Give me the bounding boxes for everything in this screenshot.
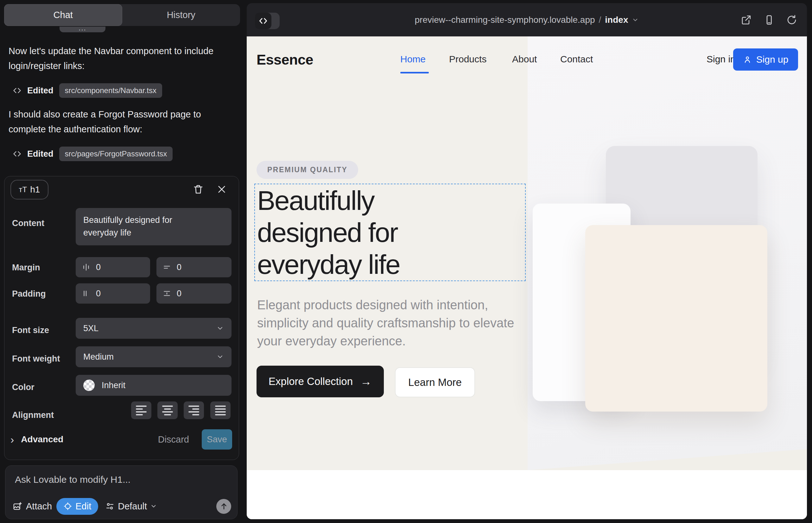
margin-vertical-value: 0 [177, 263, 181, 272]
edited-label: Edited [27, 149, 54, 159]
padding-label: Padding [12, 289, 46, 299]
explore-collection-label: Explore Collection [268, 376, 353, 387]
align-center-button[interactable] [157, 401, 178, 419]
delete-element-button[interactable] [193, 184, 204, 195]
hero-heading-line: designed for [257, 217, 400, 249]
margin-horizontal-icon [82, 263, 90, 271]
nav-link-products[interactable]: Products [449, 54, 487, 65]
padding-vertical-input[interactable]: 0 [156, 283, 231, 304]
alignment-label: Alignment [12, 410, 54, 420]
scrolled-pill-fragment: ... [59, 26, 105, 32]
mode-label: Default [118, 501, 147, 511]
text-size-icon: тT [19, 185, 27, 194]
close-editor-button[interactable] [217, 184, 227, 194]
chat-message: Now let's update the Navbar component to… [8, 44, 223, 73]
mobile-view-icon[interactable] [763, 14, 775, 26]
preview-url-separator: / [599, 15, 601, 25]
arrow-up-icon [220, 502, 228, 510]
code-icon [13, 86, 21, 95]
chevron-down-icon [150, 503, 157, 510]
content-input[interactable]: Beautifully designed for everyday life [76, 208, 231, 245]
target-icon [63, 502, 72, 511]
margin-horizontal-value: 0 [96, 263, 101, 272]
site-viewport: Essence Home Products About Contact Sign… [247, 36, 807, 519]
edited-label: Edited [27, 86, 54, 96]
refresh-icon[interactable] [786, 14, 797, 26]
learn-more-button[interactable]: Learn More [395, 367, 475, 397]
open-in-new-tab-icon[interactable] [740, 14, 752, 26]
chevron-down-icon [632, 16, 639, 23]
composer-input[interactable] [15, 474, 205, 485]
chat-history-tabbar: Chat History [4, 4, 240, 26]
font-size-label: Font size [12, 325, 49, 335]
align-justify-button[interactable] [210, 401, 231, 419]
color-select[interactable]: Inherit [76, 375, 231, 396]
attach-button[interactable]: Attach [13, 501, 52, 511]
decorative-card-cream [585, 225, 767, 412]
color-label: Color [12, 382, 35, 392]
sign-up-button[interactable]: Sign up [733, 49, 798, 71]
chevron-right-icon: › [11, 434, 14, 445]
sliders-icon [105, 502, 114, 511]
preview-controls [740, 3, 797, 36]
margin-vertical-input[interactable]: 0 [156, 257, 231, 277]
send-button[interactable] [216, 499, 231, 514]
font-weight-value: Medium [83, 352, 114, 362]
font-size-value: 5XL [83, 324, 99, 333]
font-size-select[interactable]: 5XL [76, 318, 231, 339]
hero-paragraph: Elegant products designed with intention… [257, 296, 542, 350]
code-toggle-segment[interactable] [255, 13, 271, 29]
margin-horizontal-input[interactable]: 0 [76, 257, 150, 277]
preview-url-page: index [605, 15, 628, 25]
edited-file-row[interactable]: Edited src/pages/ForgotPassword.tsx [13, 146, 173, 162]
selected-element-tag: тT h1 [11, 180, 49, 199]
nav-link-home[interactable]: Home [400, 54, 426, 65]
premium-quality-badge: PREMIUM QUALITY [257, 161, 358, 179]
sign-up-label: Sign up [756, 54, 789, 65]
element-tag-label: h1 [30, 184, 40, 195]
attach-label: Attach [26, 501, 52, 511]
site-logo[interactable]: Essence [257, 50, 313, 70]
padding-horizontal-icon [82, 289, 90, 297]
code-icon [13, 149, 21, 158]
padding-horizontal-input[interactable]: 0 [76, 283, 150, 304]
padding-vertical-icon [163, 289, 171, 297]
editor-footer: › Advanced Discard Save [11, 429, 232, 450]
chevron-down-icon [216, 353, 224, 361]
font-weight-select[interactable]: Medium [76, 346, 231, 367]
hero-heading[interactable]: Beautifully designed for everyday life [257, 184, 400, 281]
file-path-pill[interactable]: src/pages/ForgotPassword.tsx [59, 147, 173, 161]
color-swatch-icon [83, 380, 95, 391]
edit-mode-button[interactable]: Edit [56, 498, 98, 515]
explore-collection-button[interactable]: Explore Collection → [257, 366, 384, 397]
font-weight-label: Font weight [12, 354, 60, 364]
chat-message: I should also create a Forgot Password p… [8, 107, 223, 137]
tab-chat[interactable]: Chat [4, 4, 122, 26]
save-button[interactable]: Save [202, 429, 232, 450]
app-window: Chat History ... Now let's update the Na… [0, 0, 812, 523]
preview-pane: preview--charming-site-symphony.lovable.… [247, 3, 807, 519]
chevron-down-icon [216, 325, 224, 332]
preview-url-bar[interactable]: preview--charming-site-symphony.lovable.… [247, 3, 807, 36]
active-nav-underline [400, 72, 429, 73]
preview-url-host: preview--charming-site-symphony.lovable.… [415, 15, 595, 25]
sign-in-link[interactable]: Sign in [707, 54, 736, 65]
tab-history[interactable]: History [122, 4, 240, 26]
nav-link-about[interactable]: About [512, 54, 537, 65]
decorative-wedge [528, 440, 807, 470]
align-left-button[interactable] [131, 401, 152, 419]
code-preview-toggle[interactable] [255, 13, 280, 29]
padding-vertical-value: 0 [177, 289, 181, 299]
code-icon [259, 16, 268, 26]
nav-link-contact[interactable]: Contact [560, 54, 593, 65]
next-section-background [247, 470, 807, 519]
file-path-pill[interactable]: src/components/Navbar.tsx [59, 83, 162, 98]
model-selector[interactable]: Default [105, 501, 157, 511]
advanced-toggle[interactable]: Advanced [21, 434, 63, 445]
arrow-right-icon: → [360, 375, 372, 388]
edited-file-row[interactable]: Edited src/components/Navbar.tsx [13, 82, 162, 99]
content-label: Content [12, 218, 44, 228]
user-icon [743, 55, 752, 64]
align-right-button[interactable] [184, 401, 204, 419]
discard-button[interactable]: Discard [158, 434, 189, 445]
